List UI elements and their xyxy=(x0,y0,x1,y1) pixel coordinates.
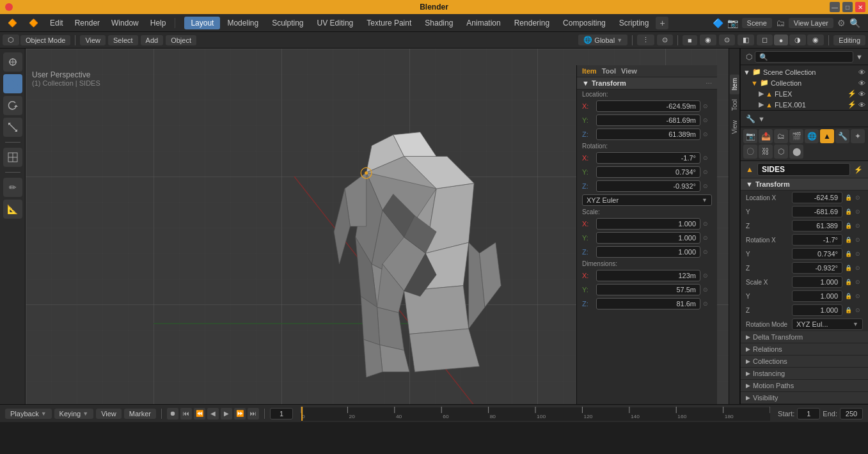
object-props-btn[interactable]: ▲ xyxy=(820,129,834,143)
props-rot-y-copy[interactable]: ⊙ xyxy=(855,251,863,257)
tab-rendering[interactable]: Rendering xyxy=(508,17,556,29)
overlay-toggle[interactable]: ⊙ xyxy=(719,35,735,45)
tab-uv-editing[interactable]: UV Editing xyxy=(311,17,360,29)
props-loc-y-lock[interactable]: 🔒 xyxy=(845,208,853,215)
marker-button[interactable]: Marker xyxy=(124,409,156,419)
constraint-props-btn[interactable]: ⛓ xyxy=(759,145,773,159)
shading-solid[interactable]: ● xyxy=(774,35,789,45)
scene-selector[interactable]: Scene xyxy=(742,18,772,28)
view-layer-selector[interactable]: View Layer xyxy=(789,18,833,28)
rotation-x-copy[interactable]: ⊙ xyxy=(703,155,712,161)
rotate-tool[interactable] xyxy=(3,96,22,115)
step-forward-button[interactable]: ⏩ xyxy=(234,408,246,419)
frame-start-field[interactable]: 1 xyxy=(797,408,820,419)
render-overlay-toggle[interactable]: ■ xyxy=(683,35,697,45)
tab-texture-paint[interactable]: Texture Paint xyxy=(360,17,418,29)
location-x-field[interactable]: -624.59m xyxy=(596,100,700,112)
strip-tab-item[interactable]: Item xyxy=(730,74,739,94)
render-props-btn[interactable]: 📷 xyxy=(743,129,757,143)
annotate-tool[interactable]: ✏ xyxy=(3,178,22,197)
3d-viewport[interactable]: X Y Z 📷 ⊙ ⊘ ✦ User Perspective xyxy=(26,49,729,404)
instancing-row[interactable]: ▶ Instancing xyxy=(741,368,868,380)
motion-paths-row[interactable]: ▶ Motion Paths xyxy=(741,380,868,392)
jump-end-button[interactable]: ⏭ xyxy=(248,408,259,419)
rotation-y-copy[interactable]: ⊙ xyxy=(703,169,712,175)
keying-button[interactable]: Keying ▼ xyxy=(54,409,94,419)
object-menu[interactable]: Object xyxy=(166,35,196,45)
dim-z-field[interactable]: 81.6m xyxy=(596,298,700,309)
collections-row[interactable]: ▶ Collections xyxy=(741,356,868,368)
scale-z-field[interactable]: 1.000 xyxy=(596,246,700,258)
help-menu[interactable]: Help xyxy=(145,17,171,29)
npanel-tab-tool[interactable]: Tool xyxy=(602,67,616,75)
outliner-search[interactable] xyxy=(755,51,853,63)
shading-render[interactable]: ◉ xyxy=(807,35,824,45)
props-rot-y-lock[interactable]: 🔒 xyxy=(845,251,853,257)
object-name-field[interactable]: SIDES xyxy=(757,163,850,176)
props-scale-y-lock[interactable]: 🔒 xyxy=(845,293,853,299)
cursor-tool[interactable] xyxy=(3,52,22,72)
props-loc-z-copy[interactable]: ⊙ xyxy=(855,223,863,229)
material-props-btn[interactable]: ⬤ xyxy=(789,145,803,159)
tab-layout[interactable]: Layout xyxy=(184,17,220,29)
dim-y-field[interactable]: 57.5m xyxy=(596,284,700,295)
tab-compositing[interactable]: Compositing xyxy=(556,17,612,29)
physics-props-btn[interactable]: 〇 xyxy=(743,145,757,159)
props-rot-x-copy[interactable]: ⊙ xyxy=(855,237,863,243)
add-menu[interactable]: Add xyxy=(141,35,164,45)
props-rot-z-lock[interactable]: 🔒 xyxy=(845,265,853,271)
playback-button[interactable]: Playback ▼ xyxy=(5,409,52,419)
data-props-btn[interactable]: ⬡ xyxy=(774,145,788,159)
flex-eye[interactable]: 👁 xyxy=(858,90,865,98)
tab-animation[interactable]: Animation xyxy=(460,17,507,29)
particle-props-btn[interactable]: ✦ xyxy=(851,129,865,143)
play-button[interactable]: ▶ xyxy=(221,408,232,419)
editing-button[interactable]: Editing xyxy=(833,35,865,45)
tab-sculpting[interactable]: Sculpting xyxy=(265,17,310,29)
props-scale-y-field[interactable]: 1.000 xyxy=(792,290,842,302)
mode-selector[interactable]: Object Mode xyxy=(20,35,70,45)
file-menu[interactable]: 🔶 xyxy=(24,17,43,29)
props-loc-z-field[interactable]: 61.389 xyxy=(792,220,842,231)
dim-y-copy[interactable]: ⊙ xyxy=(703,286,712,293)
props-scale-z-lock[interactable]: 🔒 xyxy=(845,307,853,313)
scale-y-field[interactable]: 1.000 xyxy=(596,232,700,244)
measure-tool[interactable]: 📐 xyxy=(3,200,22,219)
npanel-tab-item[interactable]: Item xyxy=(582,67,597,75)
flex001-item[interactable]: ▶ ▲ FLEX.001 ⚡ 👁 xyxy=(741,99,868,110)
props-scale-x-copy[interactable]: ⊙ xyxy=(855,279,863,285)
view-button-timeline[interactable]: View xyxy=(96,409,122,419)
blender-menu[interactable]: 🔶 xyxy=(3,17,22,29)
select-menu[interactable]: Select xyxy=(108,35,138,45)
location-y-copy[interactable]: ⊙ xyxy=(703,117,712,123)
props-rot-z-copy[interactable]: ⊙ xyxy=(855,265,863,271)
timeline-track[interactable]: 0 20 40 60 80 100 120 140 160 180 xyxy=(301,407,770,421)
props-scale-x-lock[interactable]: 🔒 xyxy=(845,279,853,285)
scene-collection-eye[interactable]: 👁 xyxy=(858,68,865,76)
props-rot-y-field[interactable]: 0.734° xyxy=(792,248,842,260)
dim-x-copy[interactable]: ⊙ xyxy=(703,272,712,279)
props-transform-header[interactable]: ▼ Transform xyxy=(741,178,868,191)
npanel-tab-view[interactable]: View xyxy=(621,67,637,75)
gizmo-toggle[interactable]: ◉ xyxy=(700,35,716,45)
rotation-z-field[interactable]: -0.932° xyxy=(596,180,700,192)
location-x-copy[interactable]: ⊙ xyxy=(703,103,712,109)
rotation-mode-select[interactable]: XYZ Euler ▼ xyxy=(582,194,712,206)
strip-tab-tool[interactable]: Tool xyxy=(730,95,739,114)
step-back-button[interactable]: ⏪ xyxy=(194,408,205,419)
visibility-row[interactable]: ▶ Visibility xyxy=(741,392,868,404)
scale-y-copy[interactable]: ⊙ xyxy=(703,235,712,241)
props-rot-z-field[interactable]: -0.932° xyxy=(792,262,842,274)
props-loc-x-copy[interactable]: ⊙ xyxy=(855,194,863,201)
location-y-field[interactable]: -681.69m xyxy=(596,114,700,126)
props-scale-x-field[interactable]: 1.000 xyxy=(792,276,842,288)
world-props-btn[interactable]: 🌐 xyxy=(805,129,819,143)
snap-button[interactable]: ⋮ xyxy=(637,35,654,45)
close-button[interactable]: ✕ xyxy=(855,2,865,12)
scale-tool[interactable] xyxy=(3,118,22,137)
props-rot-mode-select[interactable]: XYZ Eul... ▼ xyxy=(792,318,863,330)
relations-row[interactable]: ▶ Relations xyxy=(741,343,868,356)
xray-toggle[interactable]: ◧ xyxy=(738,35,754,45)
view-menu[interactable]: View xyxy=(80,35,106,45)
rotation-x-field[interactable]: -1.7° xyxy=(596,152,700,164)
